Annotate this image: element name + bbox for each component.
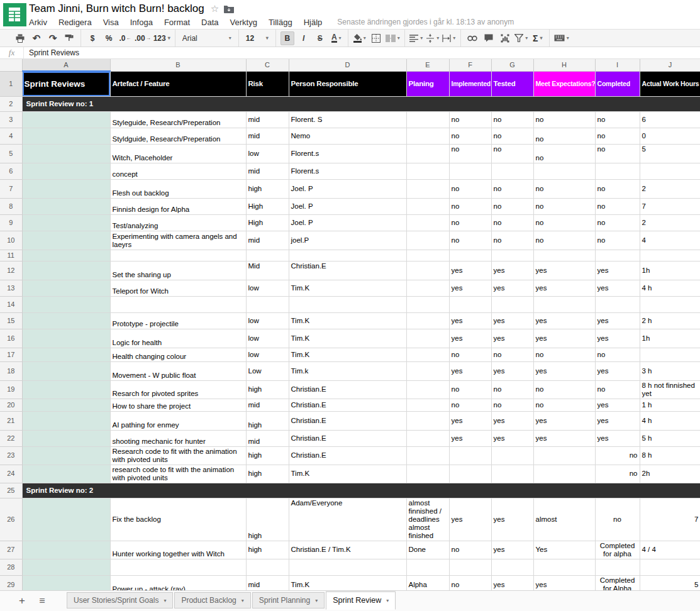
cell-B3[interactable]: Styleguide, Research/Preperation [110,111,246,128]
cell-A8[interactable] [22,198,110,214]
cell-G4[interactable]: no [491,128,533,144]
cell-C26[interactable]: high [246,498,289,541]
cell-E23[interactable] [406,446,449,465]
cell-I17[interactable]: no [595,348,640,361]
cell-E11[interactable] [406,250,449,261]
cell-F16[interactable]: yes [449,329,491,348]
cell-E24[interactable] [406,465,449,483]
cell-B26[interactable]: Fix the backlog [110,498,246,541]
cell-C17[interactable]: low [246,348,289,361]
cell-A9[interactable] [22,214,110,231]
cell-C4[interactable]: mid [246,128,289,144]
cell-D21[interactable]: Christian.E [289,411,406,430]
cell-J18[interactable]: 3 h [640,361,700,380]
cell-H14[interactable] [533,296,595,312]
cell-E27[interactable]: Done [406,541,449,559]
cell-B19[interactable]: Resarch for pivoted sprites [110,380,246,399]
increase-decimal-button[interactable]: .00→ [135,31,151,45]
cell-G5[interactable]: no [491,144,533,163]
cell-B22[interactable]: shooting mechanic for hunter [110,430,246,446]
cell-G3[interactable]: no [491,111,533,128]
cell-A26[interactable] [22,498,110,541]
cell-J14[interactable] [640,296,700,312]
sum-functions-button[interactable]: Σ▾ [531,31,545,45]
cell-H18[interactable]: yes [533,361,595,380]
cell-B14[interactable] [110,296,246,312]
cell-F3[interactable]: no [449,111,491,128]
row-header-20[interactable]: 20 [0,399,22,411]
cell-B8[interactable]: Finnish design for Alpha [110,198,246,214]
cell-B1[interactable]: Artefact / Feature [110,71,246,96]
formula-input[interactable]: Sprint Reviews [24,48,79,57]
currency-format-button[interactable]: $ [86,31,99,45]
cell-A11[interactable] [22,250,110,261]
cell-F8[interactable]: no [449,198,491,214]
print-icon[interactable] [13,31,27,45]
cell-B18[interactable]: Movement - W public float [110,361,246,380]
col-header-B[interactable]: B [110,59,246,71]
cell-B7[interactable]: Flesh out backlog [110,179,246,198]
cell-C15[interactable]: low [246,312,289,329]
cell-F24[interactable] [449,465,491,483]
cell-C22[interactable]: mid [246,430,289,446]
cell-I29[interactable]: Completed for Alpha [595,575,640,590]
col-header-H[interactable]: H [533,59,595,71]
cell-E1[interactable]: Planing [406,71,449,96]
cell-F7[interactable]: no [449,179,491,198]
cell-H10[interactable]: no [533,231,595,250]
cell-D15[interactable]: Tim.K [289,312,406,329]
merge-cells-button[interactable]: ▾ [386,31,400,45]
cell-J28[interactable] [640,559,700,575]
cell-B5[interactable]: Witch, Placeholder [110,144,246,163]
cell-B27[interactable]: Hunter working together with Witch [110,541,246,559]
menu-visa[interactable]: Visa [103,18,119,27]
cell-F17[interactable]: no [449,348,491,361]
cell-H3[interactable]: no [533,111,595,128]
cell-J20[interactable]: 1 h [640,399,700,411]
cell-F28[interactable] [449,559,491,575]
cell-C3[interactable]: mid [246,111,289,128]
cell-D7[interactable]: Joel. P [289,179,406,198]
cell-G13[interactable]: yes [491,280,533,296]
cell-I27[interactable]: Completed for alpha [595,541,640,559]
cell-G19[interactable]: no [491,380,533,399]
cell-F13[interactable]: yes [449,280,491,296]
cell-A24[interactable] [22,465,110,483]
cell-H17[interactable]: no [533,348,595,361]
cell-B6[interactable]: concept [110,163,246,179]
cell-J8[interactable]: 7 [640,198,700,214]
col-header-E[interactable]: E [406,59,449,71]
cell-E26[interactable]: almost finnished / deadlines almost fini… [406,498,449,541]
col-header-C[interactable]: C [246,59,289,71]
cell-G28[interactable] [491,559,533,575]
cell-H26[interactable]: almost [533,498,595,541]
text-wrap-button[interactable]: ▾ [442,31,456,45]
cell-I9[interactable]: no [595,214,640,231]
cell-J11[interactable] [640,250,700,261]
cell-E6[interactable] [406,163,449,179]
cell-A3[interactable] [22,111,110,128]
folder-icon[interactable] [224,5,234,13]
cell-B10[interactable]: Experimenting with camera angels and lae… [110,231,246,250]
cell-D18[interactable]: Tim.k [289,361,406,380]
cell-D28[interactable] [289,559,406,575]
cell-F22[interactable]: yes [449,430,491,446]
cell-F15[interactable]: yes [449,312,491,329]
cell-D5[interactable]: Florent.s [289,144,406,163]
cell-C12[interactable]: Mid [246,261,289,280]
cell-H5[interactable]: no [533,144,595,163]
cell-C11[interactable] [246,250,289,261]
strikethrough-button[interactable]: S [313,31,327,45]
cell-I11[interactable] [595,250,640,261]
cell-D23[interactable]: Christian.E [289,446,406,465]
cell-E4[interactable] [406,128,449,144]
cell-D27[interactable]: Christian.E / Tim.K [289,541,406,559]
cell-J29[interactable]: 5 [640,575,700,590]
cell-F6[interactable] [449,163,491,179]
paint-format-icon[interactable] [62,31,76,45]
cell-J5[interactable]: 5 [640,144,700,163]
decrease-decimal-button[interactable]: .0← [118,31,132,45]
cell-F29[interactable]: no [449,575,491,590]
cell-E12[interactable] [406,261,449,280]
cell-J16[interactable]: 1h [640,329,700,348]
